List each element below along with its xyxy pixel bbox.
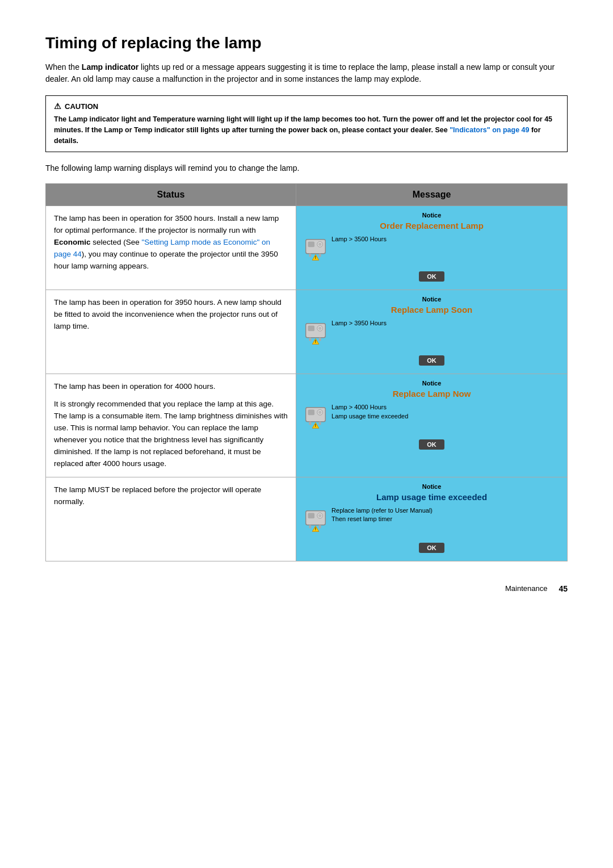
table-header-message: Message	[296, 184, 568, 206]
indicators-link[interactable]: "Indicators" on page 49	[450, 126, 529, 134]
ok-button-3[interactable]: OK	[419, 439, 444, 450]
table-row: The lamp has been in operation for 4000 …	[46, 374, 568, 477]
table-row: The lamp has been in operation for 3500 …	[46, 206, 568, 290]
message-cell-2: Notice Replace Lamp Soon !	[296, 290, 568, 374]
message-title-1: Order Replacement Lamp	[380, 221, 484, 230]
message-sub-4: Replace lamp (refer to User Manual) Then…	[331, 506, 433, 524]
status-cell-1: The lamp has been in operation for 3500 …	[46, 206, 296, 290]
message-body-row-4: ! Replace lamp (refer to User Manual) Th…	[304, 506, 559, 535]
following-text: The following lamp warning displays will…	[45, 162, 568, 174]
message-body-row-1: ! Lamp > 3500 Hours	[304, 235, 559, 263]
notice-label-4: Notice	[422, 483, 442, 490]
projector-icon-4: !	[304, 506, 327, 535]
caution-box: ⚠ CAUTION The Lamp indicator light and T…	[45, 95, 568, 152]
warning-table: Status Message The lamp has been in oper…	[45, 183, 568, 561]
footer-page: 45	[559, 584, 568, 593]
message-sub-1: Lamp > 3500 Hours	[331, 235, 387, 244]
status-cell-2: The lamp has been in operation for 3950 …	[46, 290, 296, 374]
svg-rect-21	[319, 422, 321, 425]
message-body-row-2: ! Lamp > 3950 Hours	[304, 319, 559, 347]
footer-section: Maintenance	[505, 584, 547, 593]
notice-label-2: Notice	[422, 296, 442, 303]
projector-icon-3: !	[304, 403, 327, 431]
status-cell-4: The lamp MUST be replaced before the pro…	[46, 477, 296, 561]
message-title-4: Lamp usage time exceeded	[376, 492, 487, 502]
intro-paragraph: When the Lamp indicator lights up red or…	[45, 61, 568, 85]
message-sub-2: Lamp > 3950 Hours	[331, 319, 387, 328]
message-body-row-3: ! Lamp > 4000 Hours Lamp usage time exce…	[304, 403, 559, 431]
message-inner-4: Notice Lamp usage time exceeded !	[296, 477, 567, 561]
caution-body: The Lamp indicator light and Temperature…	[54, 114, 559, 146]
message-cell-4: Notice Lamp usage time exceeded !	[296, 477, 568, 561]
caution-heading-text: CAUTION	[65, 102, 98, 111]
svg-rect-29	[319, 525, 321, 528]
footer: Maintenance 45	[45, 584, 568, 593]
message-sub-3: Lamp > 4000 Hours Lamp usage time exceed…	[331, 403, 408, 421]
message-title-2: Replace Lamp Soon	[391, 305, 472, 315]
projector-icon-2: !	[304, 319, 327, 347]
ok-button-2[interactable]: OK	[419, 355, 444, 366]
svg-rect-9	[308, 326, 315, 332]
table-row: The lamp MUST be replaced before the pro…	[46, 477, 568, 561]
svg-rect-25	[308, 513, 315, 518]
message-inner-1: Notice Order Replacement Lamp	[296, 206, 567, 290]
svg-point-11	[318, 327, 322, 330]
svg-rect-4	[309, 254, 312, 257]
svg-rect-1	[308, 242, 315, 248]
svg-rect-12	[309, 338, 312, 341]
svg-point-3	[318, 243, 322, 246]
svg-rect-5	[319, 254, 321, 257]
notice-label-1: Notice	[422, 212, 442, 219]
svg-text:!: !	[315, 527, 316, 531]
message-title-3: Replace Lamp Now	[393, 389, 471, 399]
ok-button-4[interactable]: OK	[419, 543, 444, 553]
projector-icon-1: !	[304, 235, 327, 263]
ok-button-1[interactable]: OK	[419, 271, 444, 282]
svg-text:!: !	[315, 340, 316, 344]
table-row: The lamp has been in operation for 3950 …	[46, 290, 568, 374]
message-inner-2: Notice Replace Lamp Soon !	[296, 290, 567, 374]
svg-point-27	[318, 514, 322, 517]
svg-rect-28	[309, 525, 312, 528]
svg-text:!: !	[315, 256, 316, 260]
notice-label-3: Notice	[422, 380, 442, 387]
status-cell-3: The lamp has been in operation for 4000 …	[46, 374, 296, 477]
svg-text:!: !	[315, 424, 316, 428]
page-title: Timing of replacing the lamp	[45, 34, 568, 52]
caution-title: ⚠ CAUTION	[54, 102, 559, 111]
svg-point-19	[318, 411, 322, 414]
caution-icon: ⚠	[54, 102, 61, 111]
svg-rect-13	[319, 338, 321, 341]
message-inner-3: Notice Replace Lamp Now !	[296, 374, 567, 458]
svg-rect-17	[308, 410, 315, 416]
message-cell-3: Notice Replace Lamp Now !	[296, 374, 568, 477]
table-header-status: Status	[46, 184, 296, 206]
svg-rect-20	[309, 422, 312, 425]
message-cell-1: Notice Order Replacement Lamp	[296, 206, 568, 290]
